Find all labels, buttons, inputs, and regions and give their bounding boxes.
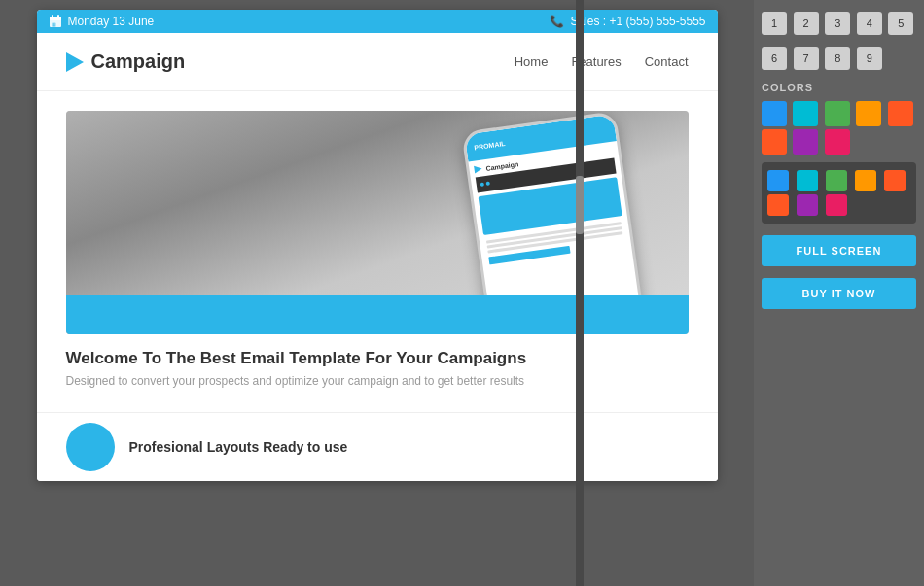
fullscreen-button[interactable]: FULL SCREEN (762, 235, 916, 266)
phone-nav-dot2 (485, 182, 490, 187)
num-btn-4[interactable]: 4 (857, 12, 882, 35)
swatch-cyan[interactable] (793, 101, 818, 126)
svg-text:▦: ▦ (52, 21, 56, 27)
dark-swatch-green[interactable] (826, 170, 847, 191)
site-hero: PROMAIL Campaign (37, 91, 718, 412)
calendar-icon: ▦ (49, 15, 62, 28)
num-btn-5[interactable]: 5 (888, 12, 913, 35)
scrollbar-thumb[interactable] (576, 176, 584, 234)
light-color-swatches (762, 101, 916, 155)
topbar-date: Monday 13 June (68, 15, 155, 28)
nav-contact[interactable]: Contact (645, 54, 689, 69)
svg-rect-1 (50, 17, 61, 20)
hero-bottom-accent (66, 295, 689, 334)
number-grid-row2: 6 7 8 9 (762, 47, 916, 70)
right-sidebar: 1 2 3 4 5 6 7 8 9 COLORS (754, 0, 924, 586)
swatch-pink[interactable] (825, 129, 850, 155)
num-btn-7[interactable]: 7 (794, 47, 819, 70)
site-section: Profesional Layouts Ready to use (37, 412, 718, 481)
swatch-orange[interactable] (856, 101, 881, 126)
buy-button[interactable]: BUY IT NOW (762, 278, 916, 309)
dark-swatch-cyan[interactable] (797, 170, 818, 191)
num-btn-2[interactable]: 2 (794, 12, 819, 35)
phone-icon: 📞 (550, 15, 564, 28)
phone-screen-body: Campaign (468, 141, 632, 272)
swatch-purple[interactable] (793, 129, 818, 155)
phone-logo-icon (474, 165, 482, 174)
colors-label: COLORS (762, 82, 916, 93)
site-logo: Campaign (66, 51, 186, 73)
phone-header-text: PROMAIL (473, 140, 505, 151)
dark-swatch-orange2[interactable] (767, 194, 789, 216)
scrollbar-track (576, 0, 584, 586)
svg-rect-3 (57, 15, 59, 18)
svg-rect-2 (52, 15, 53, 18)
dark-color-swatches (767, 170, 910, 216)
swatch-orange2[interactable] (762, 129, 787, 155)
phone-logo-text: Campaign (485, 160, 518, 172)
colors-section: COLORS (762, 82, 916, 224)
hero-subtitle: Designed to convert your prospects and o… (66, 374, 689, 388)
num-btn-3[interactable]: 3 (825, 12, 850, 35)
num-btn-1[interactable]: 1 (762, 12, 787, 35)
hero-image: PROMAIL Campaign (66, 111, 689, 334)
swatch-blue[interactable] (762, 101, 787, 126)
hero-title: Welcome To The Best Email Template For Y… (66, 349, 689, 368)
dark-swatch-blue[interactable] (767, 170, 789, 191)
dark-swatch-purple[interactable] (797, 194, 818, 216)
swatch-deep-orange[interactable] (888, 101, 913, 126)
logo-text: Campaign (91, 51, 186, 73)
nav-home[interactable]: Home (515, 54, 549, 69)
browser-topbar: ▦ Monday 13 June 📞 Sales : +1 (555) 555-… (37, 10, 718, 33)
number-grid-row1: 1 2 3 4 5 (762, 12, 916, 35)
dark-swatch-pink[interactable] (826, 194, 847, 216)
logo-icon (66, 52, 84, 72)
section-icon (66, 423, 115, 471)
website-content: Campaign Home Features Contact (37, 33, 718, 481)
num-btn-6[interactable]: 6 (762, 47, 787, 70)
section-title: Profesional Layouts Ready to use (129, 439, 348, 455)
num-btn-8[interactable]: 8 (825, 47, 850, 70)
swatch-green[interactable] (825, 101, 850, 126)
topbar-phone: Sales : +1 (555) 555-5555 (570, 15, 705, 28)
dark-swatch-orange[interactable] (855, 170, 876, 191)
phone-nav-dot (480, 182, 484, 187)
site-nav: Campaign Home Features Contact (37, 33, 718, 91)
hero-text: Welcome To The Best Email Template For Y… (66, 334, 689, 402)
dark-swatch-deep-orange[interactable] (884, 170, 906, 191)
dark-swatches-container (762, 162, 916, 224)
nav-links: Home Features Contact (515, 54, 689, 69)
num-btn-9[interactable]: 9 (857, 47, 882, 70)
